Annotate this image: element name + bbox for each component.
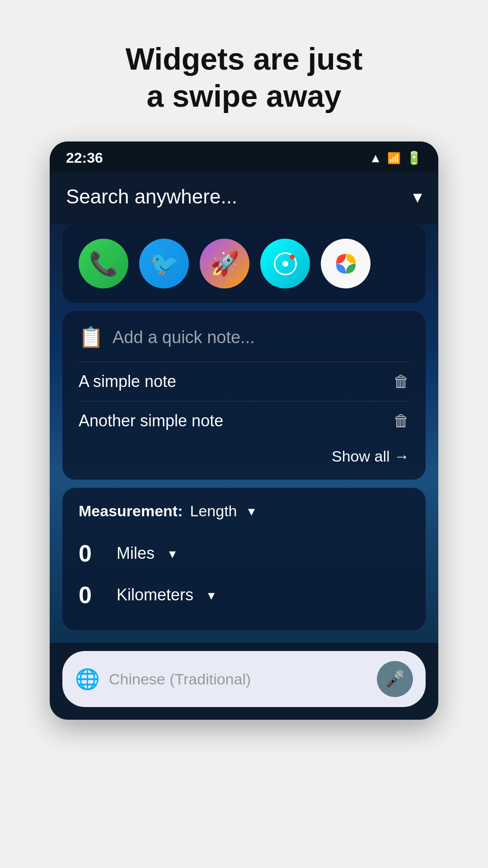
page-title: Widgets are just a swipe away: [99, 41, 390, 114]
app-icon-rocket[interactable]: 🚀: [200, 239, 249, 288]
translate-placeholder: Chinese (Traditional): [109, 670, 368, 688]
delete-note-2-icon[interactable]: 🗑: [393, 411, 409, 430]
measurement-header: Measurement: Length ▾: [79, 502, 409, 520]
status-bar: 22:36 ▲ 📶 🔋: [50, 142, 438, 173]
widget-apps: 📞 🐦 🚀: [62, 224, 426, 303]
unit-dropdown-1-icon[interactable]: ▾: [169, 546, 176, 561]
search-bar[interactable]: Search anywhere... ▾: [50, 173, 438, 224]
search-placeholder: Search anywhere...: [66, 185, 237, 208]
note-add-placeholder: Add a quick note...: [113, 328, 255, 347]
mic-button[interactable]: 🎤: [377, 661, 413, 697]
signal-icon: 📶: [387, 152, 401, 165]
battery-icon: 🔋: [406, 151, 422, 165]
measurement-row-2: 0 Kilometers ▾: [79, 574, 409, 616]
note-text-2: Another simple note: [79, 411, 223, 430]
measurement-value-1: 0: [79, 540, 106, 567]
status-time: 22:36: [66, 150, 103, 166]
svg-point-2: [282, 261, 288, 267]
app-icon-twitter[interactable]: 🐦: [139, 239, 189, 288]
show-all-button[interactable]: Show all →: [332, 448, 409, 465]
svg-point-3: [290, 255, 295, 259]
phone-frame: 22:36 ▲ 📶 🔋 Search anywhere... ▾ 📞 🐦 🚀: [50, 142, 438, 720]
measurement-label: Measurement:: [79, 502, 183, 520]
measurement-value-2: 0: [79, 581, 106, 609]
translate-icon: 🌐: [75, 667, 100, 691]
translate-bar[interactable]: 🌐 Chinese (Traditional) 🎤: [62, 651, 426, 707]
app-icon-phone[interactable]: 📞: [79, 239, 128, 288]
measurement-unit-1: Miles: [117, 544, 155, 563]
show-all-row: Show all →: [79, 440, 409, 465]
app-icon-photos[interactable]: [321, 239, 371, 288]
measurement-row-1: 0 Miles ▾: [79, 533, 409, 574]
widget-measurement: Measurement: Length ▾ 0 Miles ▾ 0 Kilome…: [62, 488, 426, 630]
note-item-2: Another simple note 🗑: [79, 401, 409, 440]
note-icon: 📋: [79, 326, 103, 349]
widget-notes: 📋 Add a quick note... A simple note 🗑 An…: [62, 311, 426, 480]
unit-dropdown-2-icon[interactable]: ▾: [208, 587, 215, 603]
wifi-icon: ▲: [369, 151, 382, 165]
note-add-row[interactable]: 📋 Add a quick note...: [79, 326, 409, 349]
measurement-unit-2: Kilometers: [117, 585, 193, 604]
measurement-type: Length: [190, 502, 237, 520]
wallpaper-area: 📞 🐦 🚀: [50, 224, 438, 643]
chevron-down-icon[interactable]: ▾: [413, 186, 422, 207]
note-text-1: A simple note: [79, 372, 176, 391]
status-icons: ▲ 📶 🔋: [369, 151, 422, 165]
note-item-1: A simple note 🗑: [79, 362, 409, 401]
app-icon-camera[interactable]: [260, 239, 310, 288]
measurement-dropdown-icon[interactable]: ▾: [248, 503, 255, 519]
delete-note-1-icon[interactable]: 🗑: [393, 372, 409, 391]
